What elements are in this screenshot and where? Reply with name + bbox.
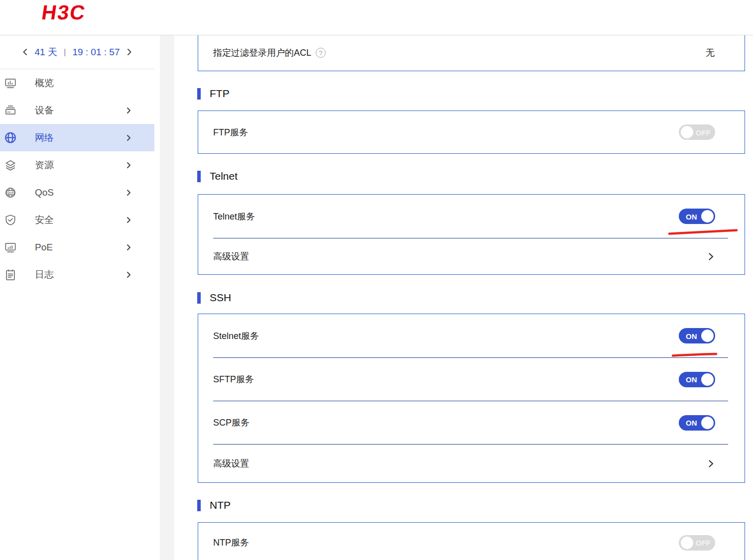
sidebar-item-security[interactable]: 安全 <box>0 206 154 233</box>
toggle-state-label: ON <box>686 212 697 221</box>
advanced-settings-label: 高级设置 <box>213 457 249 469</box>
sidebar-item-overview[interactable]: 概览 <box>0 69 154 97</box>
section-title-text: SSH <box>210 292 231 304</box>
chevron-right-icon <box>708 252 714 261</box>
ftp-service-row: FTP服务 OFF <box>198 111 745 153</box>
sidebar: 41 天 | 19 : 01 : 57 概览 <box>0 35 154 560</box>
toggle-knob <box>701 330 714 342</box>
toggle-state-label: ON <box>686 332 697 340</box>
h3c-logo: H3C <box>40 1 88 24</box>
chevron-right-icon <box>126 107 131 114</box>
stelnet-service-label: Stelnet服务 <box>213 330 259 342</box>
help-icon[interactable]: ? <box>316 48 326 58</box>
top-header: H3C <box>0 0 753 35</box>
toggle-state-label: OFF <box>696 539 711 547</box>
h3c-device-web-ui: H3C 41 天 | 19 : 01 : 57 <box>0 0 753 560</box>
ntp-service-row: NTP服务 OFF <box>198 523 745 560</box>
acl-setting-label: 指定过滤登录用户的ACL ? <box>213 47 326 59</box>
shield-check-icon <box>4 214 17 226</box>
ntp-card: NTP服务 OFF <box>198 522 745 560</box>
sidebar-menu: 概览 设备 <box>0 69 154 288</box>
section-title-text: Telnet <box>210 170 238 182</box>
qos-icon: QoS <box>4 186 17 199</box>
section-title-ssh: SSH <box>197 292 231 304</box>
ntp-service-label: NTP服务 <box>213 537 249 549</box>
log-clipboard-icon <box>4 268 17 281</box>
sidebar-item-label: 概览 <box>35 77 54 90</box>
title-accent-bar <box>197 292 201 304</box>
chevron-right-icon[interactable] <box>126 47 133 57</box>
toggle-state-label: ON <box>686 375 697 384</box>
chevron-left-icon[interactable] <box>21 47 28 57</box>
toggle-state-label: ON <box>686 419 697 427</box>
chevron-right-icon <box>126 189 131 196</box>
scp-service-row: SCP服务 ON <box>198 401 745 444</box>
sftp-service-label: SFTP服务 <box>213 373 254 385</box>
advanced-settings-label: 高级设置 <box>213 250 249 262</box>
sidebar-item-logs[interactable]: 日志 <box>0 261 154 288</box>
chevron-right-icon <box>126 244 131 251</box>
sidebar-item-device[interactable]: 设备 <box>0 97 154 124</box>
ntp-service-toggle[interactable]: OFF <box>679 535 715 551</box>
ssh-card: Stelnet服务 ON SFTP服务 ON SCP服务 ON 高级设置 <box>198 314 745 483</box>
stelnet-service-row: Stelnet服务 ON <box>198 314 745 357</box>
acl-setting-row: 指定过滤登录用户的ACL ? 无 <box>198 35 745 71</box>
sidebar-item-resources[interactable]: 资源 <box>0 151 154 179</box>
title-accent-bar <box>197 171 201 182</box>
layers-icon <box>4 159 17 172</box>
toggle-state-label: OFF <box>696 128 711 136</box>
telnet-service-toggle[interactable]: ON <box>679 209 715 224</box>
sidebar-item-label: 安全 <box>35 214 54 226</box>
chevron-right-icon <box>126 271 131 278</box>
ftp-service-label: FTP服务 <box>213 126 248 138</box>
sftp-service-toggle[interactable]: ON <box>679 372 715 387</box>
content-scrollbar-track[interactable] <box>160 35 174 560</box>
overview-dashboard-icon <box>4 77 17 90</box>
sidebar-item-label: 资源 <box>35 159 54 172</box>
sidebar-item-label: 设备 <box>35 104 54 117</box>
separator: | <box>64 47 66 57</box>
telnet-card: Telnet服务 ON 高级设置 <box>198 194 745 275</box>
uptime-clock-row: 41 天 | 19 : 01 : 57 <box>0 35 154 69</box>
toggle-knob <box>681 537 693 549</box>
toggle-knob <box>701 417 714 429</box>
sidebar-item-label: 网络 <box>35 131 54 144</box>
section-title-ftp: FTP <box>197 88 230 100</box>
ftp-card: FTP服务 OFF <box>198 111 745 154</box>
acl-setting-value: 无 <box>706 47 715 59</box>
section-title-text: NTP <box>210 499 231 511</box>
acl-setting-card: 指定过滤登录用户的ACL ? 无 <box>198 35 745 71</box>
ssh-advanced-settings-row[interactable]: 高级设置 <box>198 445 745 482</box>
toggle-knob <box>681 126 693 138</box>
chevron-right-icon <box>126 134 131 141</box>
toggle-knob <box>701 210 714 223</box>
chevron-right-icon <box>126 217 131 224</box>
sidebar-item-qos[interactable]: QoS QoS <box>0 179 154 206</box>
poe-monitor-icon <box>4 241 17 254</box>
title-accent-bar <box>197 500 201 511</box>
sidebar-item-label: QoS <box>35 187 54 198</box>
sidebar-item-poe[interactable]: PoE <box>0 233 154 261</box>
section-title-text: FTP <box>210 88 230 100</box>
sidebar-item-label: PoE <box>35 242 53 253</box>
device-icon <box>4 104 17 117</box>
sidebar-item-network[interactable]: 网络 <box>0 124 154 151</box>
scp-service-toggle[interactable]: ON <box>679 415 715 431</box>
system-time: 19 : 01 : 57 <box>72 47 120 58</box>
scp-service-label: SCP服务 <box>213 417 250 429</box>
ftp-service-toggle[interactable]: OFF <box>679 124 715 140</box>
telnet-service-row: Telnet服务 ON <box>198 195 745 238</box>
stelnet-service-toggle[interactable]: ON <box>679 328 715 343</box>
sftp-service-row: SFTP服务 ON <box>198 358 745 401</box>
section-title-ntp: NTP <box>197 499 231 511</box>
section-title-telnet: Telnet <box>197 170 238 182</box>
uptime-days: 41 天 <box>35 46 57 59</box>
sidebar-item-label: 日志 <box>35 268 54 281</box>
toggle-knob <box>701 373 714 386</box>
chevron-right-icon <box>126 162 131 169</box>
acl-label-text: 指定过滤登录用户的ACL <box>213 47 311 59</box>
telnet-advanced-settings-row[interactable]: 高级设置 <box>198 238 745 274</box>
title-accent-bar <box>197 88 201 100</box>
network-globe-icon <box>4 131 17 144</box>
chevron-right-icon <box>708 459 714 468</box>
